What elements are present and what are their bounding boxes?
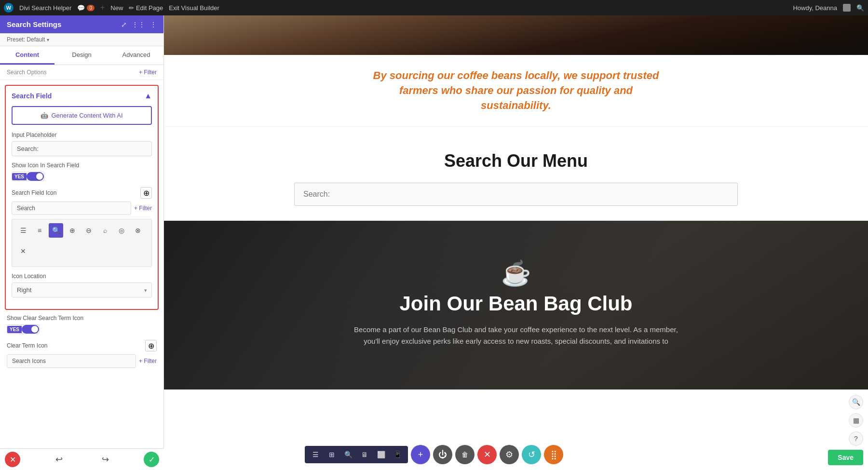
collapse-icon[interactable]: ▲ (144, 92, 152, 100)
icon-close-x[interactable]: ✕ (16, 244, 30, 258)
toggle-track[interactable] (27, 172, 44, 181)
icon-search-input[interactable] (12, 201, 131, 215)
toggle-wrapper[interactable]: YES (12, 172, 44, 181)
input-placeholder-field[interactable] (12, 141, 152, 156)
search-bar (294, 183, 738, 206)
icon-filter-button[interactable]: + Filter (134, 205, 152, 212)
ft-settings-button[interactable]: ⚙ (500, 445, 519, 464)
icon-zoom2[interactable]: ⌕ (98, 223, 112, 238)
admin-bar: Divi Search Helper 💬 0 + New ✏ Edit Page… (0, 0, 868, 15)
clear-toggle-track[interactable] (22, 325, 39, 334)
rst-help-icon[interactable]: ? (849, 431, 863, 446)
sidebar-panel: Search Settings ⤢ ⋮⋮ ⋮ Preset: Default ▾… (0, 15, 164, 470)
show-icon-group: Show Icon In Search Field YES (12, 162, 152, 181)
coffee-cup-icon: ☕ (174, 259, 858, 287)
clear-icon-target-button[interactable]: ⊕ (145, 340, 157, 351)
tab-content[interactable]: Content (0, 46, 54, 65)
comments-badge[interactable]: 💬 0 (77, 4, 95, 12)
clear-icon-field-header: Clear Term Icon ⊕ (7, 340, 157, 351)
clear-icon-search-input[interactable] (7, 354, 136, 368)
floating-toolbar-bar: ☰ ⊞ 🔍 🖥 ⬜ 📱 (305, 446, 408, 463)
search-field-icon-label: Search Field Icon (12, 189, 56, 196)
icon-search2[interactable]: ⊗ (131, 223, 145, 238)
ft-power-button[interactable]: ⏻ (433, 445, 452, 464)
filter-button[interactable]: + Filter (139, 69, 157, 76)
icon-zoom-in[interactable]: ⊕ (65, 223, 80, 238)
rst-search-icon[interactable]: 🔍 (849, 395, 863, 409)
quote-text: By sourcing our coffee beans locally, we… (371, 68, 661, 113)
icon-grid: ☰ ≡ 🔍 ⊕ ⊖ ⌕ ◎ ⊗ ✕ (12, 219, 152, 267)
ft-trash-button[interactable]: 🗑 (455, 445, 475, 464)
clear-toggle-wrapper[interactable]: YES (7, 324, 40, 334)
clear-icon-filter-button[interactable]: + Filter (139, 358, 157, 364)
generate-ai-button[interactable]: 🤖 Generate Content With AI (12, 106, 152, 125)
icon-list2[interactable]: ≡ (32, 223, 47, 238)
tab-advanced[interactable]: Advanced (109, 46, 163, 65)
howdy-text: Howdy, Deanna (793, 4, 837, 12)
more-options-icon[interactable]: ⋮ (150, 21, 157, 28)
toggle-row: YES (12, 172, 152, 181)
sidebar-title: Search Settings (7, 20, 61, 28)
comments-icon: 💬 (77, 4, 85, 12)
bean-bag-text: Become a part of our Bean Bag Club and t… (347, 324, 685, 347)
redo-button[interactable]: ↪ (97, 452, 113, 467)
section-title: Search Field (12, 92, 52, 100)
new-link[interactable]: New (110, 4, 123, 12)
ai-icon: 🤖 (41, 112, 48, 119)
menu-search-input[interactable] (294, 183, 738, 206)
close-bottom-button[interactable]: ✕ (5, 452, 20, 467)
show-clear-label: Show Clear Search Term Icon (7, 315, 157, 322)
toggle-thumb (36, 173, 43, 180)
top-coffee-image (164, 15, 868, 55)
tab-design[interactable]: Design (54, 46, 109, 65)
clear-toggle-thumb (31, 326, 38, 333)
search-field-section: Search Field ▲ 🤖 Generate Content With A… (5, 85, 159, 310)
divi-search-helper-link[interactable]: Divi Search Helper (19, 4, 71, 12)
icon-zoom-out[interactable]: ⊖ (81, 223, 96, 238)
ft-close-button[interactable]: ✕ (477, 445, 497, 464)
input-placeholder-label: Input Placeholder (12, 132, 152, 138)
bean-bag-title: Join Our Bean Bag Club (174, 292, 858, 315)
ft-monitor-icon[interactable]: 🖥 (358, 448, 371, 461)
toggle-yes-label: YES (12, 173, 27, 180)
icon-target-button[interactable]: ⊕ (140, 187, 152, 199)
undo-button[interactable]: ↩ (51, 452, 67, 467)
search-admin-icon[interactable]: 🔍 (856, 4, 864, 12)
clear-toggle-yes-label: YES (7, 326, 22, 333)
ft-menu-icon[interactable]: ☰ (309, 448, 322, 461)
icon-search-active[interactable]: 🔍 (49, 223, 63, 238)
icon-list1[interactable]: ☰ (16, 223, 30, 238)
sidebar-tabs: Content Design Advanced (0, 46, 163, 65)
fullscreen-icon[interactable]: ⤢ (121, 21, 127, 28)
ft-tablet-icon[interactable]: ⬜ (374, 448, 388, 461)
icon-search-row: + Filter (12, 201, 152, 215)
ft-history-button[interactable]: ↺ (522, 445, 541, 464)
floating-toolbar: ☰ ⊞ 🔍 🖥 ⬜ 📱 + ⏻ 🗑 ✕ ⚙ ↺ ⣿ (305, 445, 563, 464)
icon-location-select[interactable]: Left Right (12, 282, 152, 297)
ft-search-icon[interactable]: 🔍 (341, 448, 355, 461)
bean-bag-section: ☕ Join Our Bean Bag Club Become a part o… (164, 221, 868, 389)
ft-add-button[interactable]: + (411, 445, 430, 464)
rst-layout-icon[interactable]: ▦ (849, 413, 863, 428)
admin-bar-right: Howdy, Deanna 🔍 (793, 4, 864, 12)
show-icon-label: Show Icon In Search Field (12, 162, 152, 169)
ft-phone-icon[interactable]: 📱 (391, 448, 404, 461)
below-section: Show Clear Search Term Icon YES Clear Te… (0, 315, 163, 374)
confirm-button[interactable]: ✓ (144, 452, 159, 467)
search-options-bar: Search Options + Filter (0, 65, 163, 80)
clear-icon-search-row: + Filter (7, 354, 157, 368)
preset-label[interactable]: Preset: Default (7, 36, 45, 43)
section-header: Search Field ▲ (12, 92, 152, 100)
exit-visual-builder-link[interactable]: Exit Visual Builder (169, 4, 219, 12)
icon-circle-search[interactable]: ◎ (114, 223, 129, 238)
edit-page-link[interactable]: ✏ Edit Page (129, 4, 163, 12)
ft-grid-icon[interactable]: ⊞ (325, 448, 339, 461)
ft-move-button[interactable]: ⣿ (544, 445, 563, 464)
avatar (843, 4, 851, 12)
search-section: Search Our Menu (164, 127, 868, 221)
save-button[interactable]: Save (828, 450, 863, 465)
bean-bag-content: ☕ Join Our Bean Bag Club Become a part o… (174, 259, 858, 347)
wordpress-logo-icon[interactable] (4, 3, 14, 13)
search-field-icon-group: Search Field Icon ⊕ + Filter ☰ ≡ 🔍 ⊕ ⊖ ⌕… (12, 187, 152, 267)
columns-icon[interactable]: ⋮⋮ (132, 21, 145, 28)
